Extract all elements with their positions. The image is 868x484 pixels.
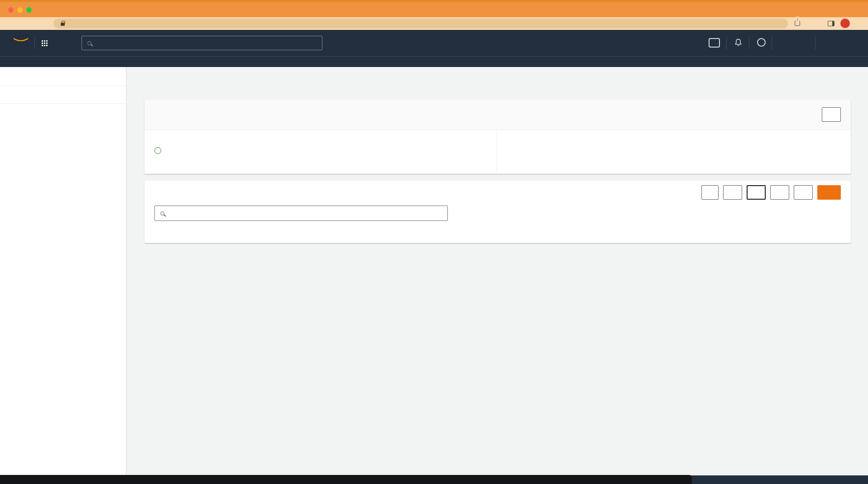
- browser-avatar[interactable]: [840, 19, 850, 28]
- find-backups-input[interactable]: [174, 209, 442, 217]
- enabled-status: [154, 147, 497, 154]
- divider: [34, 37, 35, 49]
- table-header: [144, 226, 851, 243]
- backups-card: [144, 181, 851, 243]
- sidebar: [0, 67, 126, 475]
- side-panel-icon[interactable]: [828, 21, 834, 26]
- window-zoom-button[interactable]: [26, 7, 32, 13]
- status-url-bar: [0, 475, 692, 484]
- copy-button[interactable]: [770, 185, 789, 200]
- account-menu[interactable]: [822, 40, 825, 47]
- aws-search-input[interactable]: [97, 39, 317, 47]
- services-grid-icon[interactable]: [42, 40, 48, 46]
- notifications-bell-icon[interactable]: [734, 38, 742, 48]
- lock-icon: [61, 23, 65, 26]
- search-icon: [160, 211, 164, 216]
- find-backups-search[interactable]: [154, 206, 448, 221]
- divider: [0, 103, 126, 104]
- check-circle-icon: [154, 147, 161, 154]
- breadcrumb: [144, 82, 851, 90]
- restore-button[interactable]: [747, 185, 766, 200]
- backups-table: [144, 226, 851, 243]
- share-icon[interactable]: [795, 21, 800, 26]
- console-app: [0, 67, 868, 475]
- advanced-features-desc: [497, 130, 851, 174]
- browser-toolbar: [0, 17, 868, 30]
- window-close-button[interactable]: [8, 7, 14, 13]
- view-details-button[interactable]: [723, 185, 742, 200]
- backups-card-title: [154, 185, 157, 195]
- region-selector[interactable]: [780, 40, 783, 47]
- divider: [749, 37, 749, 49]
- aws-logo[interactable]: [11, 36, 31, 44]
- refresh-button[interactable]: [701, 185, 719, 200]
- divider: [815, 37, 815, 49]
- table-actions: [701, 185, 841, 200]
- create-backup-button[interactable]: [817, 185, 841, 200]
- browser-tab-strip: [0, 0, 868, 17]
- sidebar-section-dax[interactable]: [0, 110, 126, 120]
- divider: [772, 37, 772, 49]
- cloudshell-icon[interactable]: [709, 38, 720, 48]
- browser-tabs: [38, 3, 693, 17]
- window-minimize-button[interactable]: [17, 7, 23, 13]
- aws-favorites-bar: [0, 56, 868, 67]
- search-icon: [87, 41, 91, 45]
- aws-search-box[interactable]: [82, 36, 322, 50]
- screen: [0, 0, 868, 484]
- aws-header: [0, 30, 868, 56]
- help-icon[interactable]: [757, 38, 766, 47]
- backup-settings-card: [144, 100, 851, 174]
- main-content: [127, 67, 868, 475]
- divider: [726, 37, 727, 49]
- address-bar[interactable]: [53, 19, 788, 29]
- disable-button[interactable]: [822, 107, 841, 122]
- window-controls: [8, 7, 32, 13]
- aws-smile-icon: [12, 38, 29, 42]
- delete-button[interactable]: [794, 185, 813, 200]
